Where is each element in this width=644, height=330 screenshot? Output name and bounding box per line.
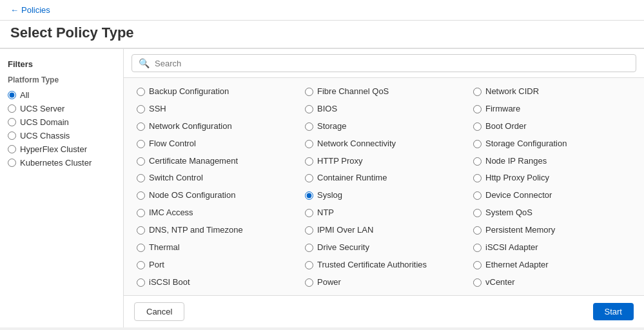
policy-item-boot-order[interactable]: Boot Order — [468, 118, 636, 135]
policy-radio-thermal[interactable] — [137, 244, 145, 252]
sidebar-item-ucs-server[interactable]: UCS Server — [8, 102, 115, 115]
policy-radio-persistent-memory[interactable] — [473, 226, 482, 235]
policy-radio-storage-configuration[interactable] — [473, 140, 482, 148]
policy-radio-bios[interactable] — [305, 105, 313, 113]
policy-radio-vcenter[interactable] — [473, 278, 482, 287]
policy-radio-network-configuration[interactable] — [137, 122, 145, 131]
platform-type-label-ucs-domain: UCS Domain — [20, 117, 69, 127]
policy-item-switch-control[interactable]: Switch Control — [132, 170, 300, 187]
policy-item-http-proxy[interactable]: HTTP Proxy — [300, 153, 468, 170]
policy-item-trusted-certificate-authorities[interactable]: Trusted Certificate Authorities — [300, 257, 468, 274]
policy-radio-ntp[interactable] — [305, 209, 313, 217]
policy-radio-flow-control[interactable] — [137, 140, 145, 148]
policy-item-drive-security[interactable]: Drive Security — [300, 239, 468, 257]
policy-radio-port[interactable] — [137, 261, 145, 269]
policy-radio-dns-ntp-and-timezone[interactable] — [137, 226, 145, 235]
policy-grid: Backup Configuration Fibre Channel QoS N… — [124, 78, 644, 295]
policy-label-device-connector: Device Connector — [485, 190, 552, 201]
policy-radio-ethernet-adapter[interactable] — [473, 261, 482, 269]
policy-radio-certificate-management[interactable] — [137, 157, 145, 166]
policy-radio-trusted-certificate-authorities[interactable] — [305, 261, 313, 269]
cancel-button[interactable]: Cancel — [134, 302, 184, 321]
policy-radio-switch-control[interactable] — [137, 174, 145, 182]
policy-radio-backup-configuration[interactable] — [137, 88, 145, 96]
policy-item-syslog[interactable]: Syslog — [300, 187, 468, 204]
policy-radio-http-proxy[interactable] — [305, 157, 313, 166]
policy-item-node-os-configuration[interactable]: Node OS Configuration — [132, 187, 300, 204]
policy-item-storage-configuration[interactable]: Storage Configuration — [468, 135, 636, 153]
policy-item-node-ip-ranges[interactable]: Node IP Ranges — [468, 153, 636, 170]
sidebar-item-all[interactable]: All — [8, 88, 115, 102]
policy-label-http-proxy: HTTP Proxy — [317, 156, 363, 167]
policy-item-port[interactable]: Port — [132, 257, 300, 274]
policy-label-persistent-memory: Persistent Memory — [485, 225, 555, 236]
policy-item-power[interactable]: Power — [300, 274, 468, 291]
policy-radio-storage[interactable] — [305, 122, 313, 131]
policy-label-network-connectivity: Network Connectivity — [317, 139, 396, 150]
sidebar-item-ucs-chassis[interactable]: UCS Chassis — [8, 129, 115, 142]
policy-item-network-cidr[interactable]: Network CIDR — [468, 83, 636, 101]
policy-label-ethernet-adapter: Ethernet Adapter — [485, 260, 549, 271]
policy-item-storage[interactable]: Storage — [300, 118, 468, 135]
platform-type-radio-hyperflex-cluster[interactable] — [8, 145, 16, 153]
platform-type-radio-ucs-server[interactable] — [8, 104, 16, 113]
policy-item-device-connector[interactable]: Device Connector — [468, 187, 636, 204]
policy-item-flow-control[interactable]: Flow Control — [132, 135, 300, 153]
sidebar-item-hyperflex-cluster[interactable]: HyperFlex Cluster — [8, 142, 115, 156]
policy-item-fibre-channel-qos[interactable]: Fibre Channel QoS — [300, 83, 468, 101]
platform-type-radio-ucs-domain[interactable] — [8, 118, 16, 126]
policy-radio-http-proxy-policy[interactable] — [473, 174, 482, 182]
content-area: 🔍 Backup Configuration Fibre Channel QoS… — [124, 49, 644, 327]
sidebar-item-kubernetes-cluster[interactable]: Kubernetes Cluster — [8, 156, 115, 170]
policy-item-thermal[interactable]: Thermal — [132, 239, 300, 257]
policy-item-dns-ntp-and-timezone[interactable]: DNS, NTP and Timezone — [132, 222, 300, 239]
policy-item-firmware[interactable]: Firmware — [468, 101, 636, 118]
policy-item-http-proxy-policy[interactable]: Http Proxy Policy — [468, 170, 636, 187]
policy-radio-ipmi-over-lan[interactable] — [305, 226, 313, 235]
policy-item-ntp[interactable]: NTP — [300, 204, 468, 222]
policy-item-backup-configuration[interactable]: Backup Configuration — [132, 83, 300, 101]
policy-radio-iscsi-adapter[interactable] — [473, 244, 482, 252]
policy-item-network-configuration[interactable]: Network Configuration — [132, 118, 300, 135]
policy-radio-firmware[interactable] — [473, 105, 482, 113]
back-link[interactable]: ← Policies — [0, 0, 644, 21]
sidebar-item-ucs-domain[interactable]: UCS Domain — [8, 115, 115, 129]
policy-item-vcenter[interactable]: vCenter — [468, 274, 636, 291]
policy-label-vcenter: vCenter — [485, 277, 515, 288]
policy-radio-fibre-channel-qos[interactable] — [305, 88, 313, 96]
platform-type-radio-ucs-chassis[interactable] — [8, 131, 16, 140]
policy-item-bios[interactable]: BIOS — [300, 101, 468, 118]
policy-radio-imc-access[interactable] — [137, 209, 145, 217]
policy-item-ethernet-adapter[interactable]: Ethernet Adapter — [468, 257, 636, 274]
policy-item-ssh[interactable]: SSH — [132, 101, 300, 118]
policy-item-imc-access[interactable]: IMC Access — [132, 204, 300, 222]
policy-radio-network-cidr[interactable] — [473, 88, 482, 96]
policy-item-iscsi-adapter[interactable]: iSCSI Adapter — [468, 239, 636, 257]
policy-radio-system-qos[interactable] — [473, 209, 482, 217]
search-input[interactable] — [155, 59, 629, 68]
policy-item-system-qos[interactable]: System QoS — [468, 204, 636, 222]
platform-type-radio-kubernetes-cluster[interactable] — [8, 159, 16, 167]
policy-item-iscsi-boot[interactable]: iSCSI Boot — [132, 274, 300, 291]
start-button[interactable]: Start — [593, 303, 634, 320]
back-arrow-icon: ← — [10, 5, 19, 15]
policy-label-switch-control: Switch Control — [149, 173, 203, 184]
platform-type-radio-all[interactable] — [8, 91, 16, 99]
policy-radio-node-ip-ranges[interactable] — [473, 157, 482, 166]
policy-radio-network-connectivity[interactable] — [305, 140, 313, 148]
policy-radio-device-connector[interactable] — [473, 191, 482, 200]
policy-radio-node-os-configuration[interactable] — [137, 191, 145, 200]
policy-radio-container-runtime[interactable] — [305, 174, 313, 182]
policy-radio-syslog[interactable] — [305, 191, 313, 200]
policy-label-power: Power — [317, 277, 341, 288]
policy-item-persistent-memory[interactable]: Persistent Memory — [468, 222, 636, 239]
policy-item-network-connectivity[interactable]: Network Connectivity — [300, 135, 468, 153]
policy-item-ipmi-over-lan[interactable]: IPMI Over LAN — [300, 222, 468, 239]
policy-radio-boot-order[interactable] — [473, 122, 482, 131]
policy-radio-iscsi-boot[interactable] — [137, 278, 145, 287]
policy-item-container-runtime[interactable]: Container Runtime — [300, 170, 468, 187]
policy-radio-ssh[interactable] — [137, 105, 145, 113]
policy-radio-power[interactable] — [305, 278, 313, 287]
policy-radio-drive-security[interactable] — [305, 244, 313, 252]
policy-item-certificate-management[interactable]: Certificate Management — [132, 153, 300, 170]
